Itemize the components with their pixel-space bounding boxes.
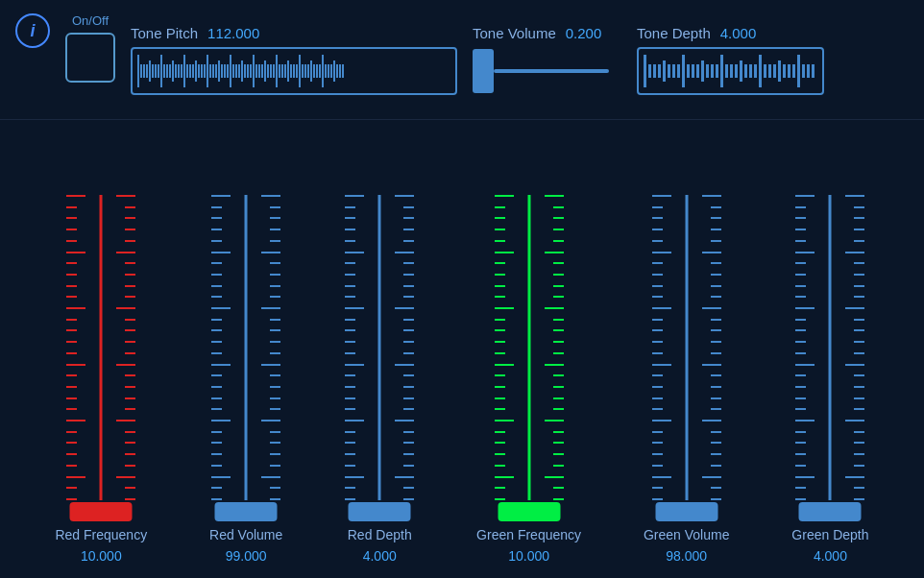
tone-depth-control: Tone Depth 4.000 — [637, 25, 824, 95]
tone-pitch-control: Tone Pitch 112.000 — [131, 25, 457, 95]
green-volume-slider[interactable] — [652, 195, 721, 521]
green-volume-slider-container: Green Volume 98.000 — [644, 195, 730, 564]
tone-pitch-label: Tone Pitch — [131, 25, 198, 41]
tone-depth-label: Tone Depth — [637, 25, 711, 41]
red-volume-slider-container: Red Volume 99.000 — [209, 195, 282, 564]
red-depth-slider[interactable] — [345, 195, 414, 521]
green-depth-value: 4.000 — [814, 548, 847, 564]
green-frequency-slider[interactable] — [495, 195, 564, 521]
onoff-control: On/Off — [65, 13, 115, 83]
red-volume-slider[interactable] — [211, 195, 280, 521]
red-volume-value: 99.000 — [226, 548, 267, 564]
green-depth-label: Green Depth — [791, 527, 868, 542]
tone-volume-value: 0.200 — [566, 25, 602, 41]
tone-pitch-slider[interactable] — [131, 47, 457, 95]
green-frequency-value: 10.000 — [508, 548, 549, 564]
green-volume-value: 98.000 — [666, 548, 707, 564]
green-depth-slider-container: Green Depth 4.000 — [791, 195, 868, 564]
green-frequency-label: Green Frequency — [476, 527, 581, 542]
tone-depth-slider[interactable] — [637, 47, 824, 95]
red-frequency-label: Red Frequency — [55, 527, 147, 542]
red-frequency-value: 10.000 — [81, 548, 122, 564]
tone-volume-slider[interactable] — [473, 47, 621, 95]
tone-volume-label: Tone Volume — [473, 25, 556, 41]
red-depth-value: 4.000 — [363, 548, 397, 564]
green-frequency-slider-container: Green Frequency 10.000 — [476, 195, 581, 564]
red-volume-label: Red Volume — [209, 527, 282, 542]
onoff-button[interactable] — [65, 33, 115, 83]
red-depth-label: Red Depth — [348, 527, 412, 542]
red-frequency-slider[interactable] — [66, 195, 135, 521]
green-depth-slider[interactable] — [795, 195, 864, 521]
tone-depth-value: 4.000 — [720, 25, 757, 41]
onoff-label: On/Off — [72, 13, 109, 28]
green-volume-label: Green Volume — [644, 527, 730, 542]
info-icon[interactable]: i — [15, 13, 50, 48]
tone-volume-control: Tone Volume 0.200 — [473, 25, 621, 95]
red-depth-slider-container: Red Depth 4.000 — [345, 195, 414, 564]
tone-pitch-value: 112.000 — [207, 25, 259, 41]
red-frequency-slider-container: Red Frequency 10.000 — [55, 195, 147, 564]
